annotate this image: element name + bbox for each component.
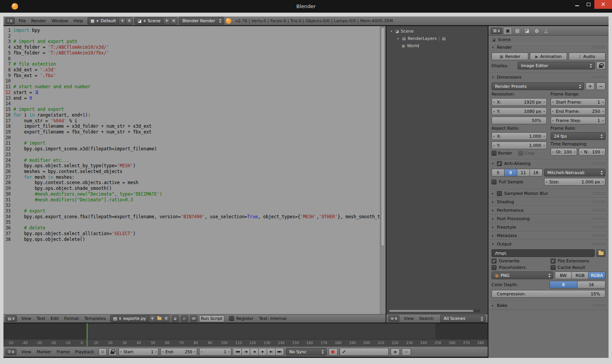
unlink-text-button[interactable] [163, 315, 170, 322]
aa-filter-select[interactable]: Mitchell-Netravali [544, 169, 606, 176]
border-checkbox[interactable] [492, 151, 497, 156]
anti-aliasing-checkbox[interactable] [497, 161, 502, 166]
close-button[interactable] [594, 0, 612, 9]
keying-set-field[interactable] [340, 348, 389, 356]
overwrite-checkbox[interactable] [492, 259, 497, 264]
info-editor-type-button[interactable]: i [5, 18, 15, 24]
resolution-y-field[interactable]: Y:1080 px [492, 107, 547, 115]
timeline-editor-type-button[interactable]: ⊙ [5, 349, 16, 355]
time-remap-old-field[interactable]: Ol:100 [551, 148, 577, 156]
panel-header-output[interactable]: Output [488, 240, 609, 248]
panel-header-dimensions[interactable]: Dimensions [488, 73, 609, 81]
text-editor-type-button[interactable]: ▤ [5, 315, 17, 322]
menu-item[interactable]: Marker [34, 349, 54, 354]
outliner-filter-select[interactable]: All Scenes [440, 315, 486, 323]
new-text-button[interactable] [149, 315, 156, 322]
output-path-field[interactable]: /tmp\ [492, 249, 595, 257]
menu-item[interactable]: View [18, 316, 34, 321]
delete-keyframe-button[interactable]: ◇ [402, 348, 411, 356]
scene-browse[interactable]: ◪ Scene [135, 18, 163, 24]
open-output-folder-button[interactable] [596, 249, 605, 257]
current-frame-field[interactable]: 1 [199, 348, 231, 356]
aa-samples-5[interactable]: 5 [492, 169, 505, 176]
file-format-select[interactable]: ▦PNG [492, 272, 553, 279]
start-frame-field[interactable]: Start Frame:1 [551, 98, 606, 106]
panel-header-sampled-motion-blur[interactable]: Sampled Motion Blur [488, 189, 609, 198]
placeholders-checkbox[interactable] [492, 265, 497, 270]
minimize-button[interactable] [571, 0, 583, 9]
add-preset-button[interactable] [586, 82, 595, 90]
channel-rgba[interactable]: RGBA [589, 272, 605, 279]
render-engine-select[interactable]: Blender Render [179, 17, 224, 25]
menu-item[interactable]: Render [28, 18, 49, 23]
word-wrap-toggle-button[interactable]: ↵ [181, 315, 188, 322]
lock-time-button[interactable] [109, 348, 117, 356]
channel-rgb[interactable]: RGB [572, 272, 589, 279]
properties-editor-type-button[interactable]: ▥ [491, 28, 502, 34]
frame-step-field[interactable]: Frame Step:1 [551, 117, 606, 124]
text-browse[interactable]: ▤ exporte.py [111, 315, 149, 322]
aa-samples-8[interactable]: 8 [505, 169, 517, 176]
resolution-x-field[interactable]: X:1920 px [492, 98, 547, 106]
outliner-hscrollbar[interactable] [388, 310, 480, 312]
expand-icon[interactable]: ▾ [389, 30, 393, 33]
depth-16[interactable]: 16 [577, 281, 605, 288]
auto-keyframe-button[interactable] [328, 348, 338, 356]
compression-slider[interactable]: Compression: 15% [492, 290, 605, 298]
playback-button[interactable]: ◀ [250, 348, 259, 356]
timeline-tracks[interactable] [3, 323, 488, 339]
renderability-toggle-icon[interactable]: ▤ [442, 36, 445, 41]
outliner-item-world[interactable]: ◍ World [386, 42, 488, 49]
aspect-y-field[interactable]: Y:1.000 [492, 142, 547, 149]
depth-8[interactable]: 8 [549, 281, 578, 288]
run-script-button[interactable]: Run Script [199, 315, 224, 322]
tab-object[interactable]: △ [542, 27, 550, 35]
outliner-item-renderlayers[interactable]: ▸ ▤ RenderLayers | ▤ [386, 35, 488, 42]
remove-preset-button[interactable] [596, 82, 605, 90]
timeline-ruler[interactable]: -50-40-30-20-100102030405060708090100110… [3, 339, 488, 346]
scene-name[interactable]: Scene [148, 18, 161, 23]
audio-button[interactable]: ♪Audio [569, 53, 605, 60]
menu-item[interactable]: Edit [48, 316, 61, 321]
frame-rate-select[interactable]: 24 fps [551, 132, 606, 140]
end-frame-field[interactable]: End Frame:250 [551, 107, 606, 115]
add-scene-button[interactable] [163, 18, 170, 24]
end-frame-field[interactable]: End: 250 [160, 348, 197, 356]
panel-header[interactable]: Performance [488, 206, 609, 214]
code-lines[interactable]: 1import bpy23# import and export path4x3… [3, 26, 380, 314]
menu-item[interactable]: Templates [82, 316, 109, 321]
panel-header[interactable]: Metadata [488, 232, 609, 240]
expand-icon[interactable]: ▸ [396, 37, 400, 40]
render-button[interactable]: ▦Render [492, 53, 528, 60]
outliner-editor-type-button[interactable]: ≡ [388, 315, 399, 322]
resolution-scale-slider[interactable]: 50% [492, 117, 547, 124]
scrollbar-thumb[interactable] [389, 310, 473, 312]
aa-size-field[interactable]: Size:1.000 px [544, 178, 606, 186]
playback-button[interactable]: ▶▶| [275, 348, 284, 356]
aa-samples-11[interactable]: 11 [517, 169, 530, 176]
channel-bw[interactable]: BW [555, 272, 572, 279]
render-presets-select[interactable]: Render Presets [492, 82, 584, 90]
playback-button[interactable]: ▶ [259, 348, 267, 356]
screen-layout-browse[interactable]: ▦ Default [88, 18, 119, 24]
menu-item[interactable]: Help [71, 18, 86, 23]
time-remap-new-field[interactable]: N:100 [579, 148, 605, 156]
crop-checkbox[interactable] [518, 151, 523, 156]
screen-layout-name[interactable]: Default [101, 18, 116, 23]
open-text-button[interactable] [156, 315, 163, 322]
aa-samples-16[interactable]: 16 [530, 169, 543, 176]
delete-scene-button[interactable] [170, 18, 177, 24]
playback-button[interactable]: |◀◀ [233, 348, 242, 356]
panel-header-anti-aliasing[interactable]: Anti-Aliasing [488, 160, 609, 168]
playback-button[interactable]: ▶| [267, 348, 275, 356]
sync-mode-select[interactable]: No Sync [286, 348, 327, 356]
animation-button[interactable]: ▶Animation [530, 53, 567, 60]
menu-item[interactable]: Frame [54, 349, 73, 354]
menu-item[interactable]: Format [61, 316, 82, 321]
panel-header[interactable]: Shading [488, 198, 609, 206]
menu-item[interactable]: Text [34, 316, 48, 321]
tab-render[interactable]: ▣ [503, 27, 512, 35]
delete-layout-button[interactable] [125, 18, 132, 24]
panel-header[interactable]: Freestyle [488, 223, 609, 231]
panel-header-render[interactable]: Render [488, 43, 609, 51]
